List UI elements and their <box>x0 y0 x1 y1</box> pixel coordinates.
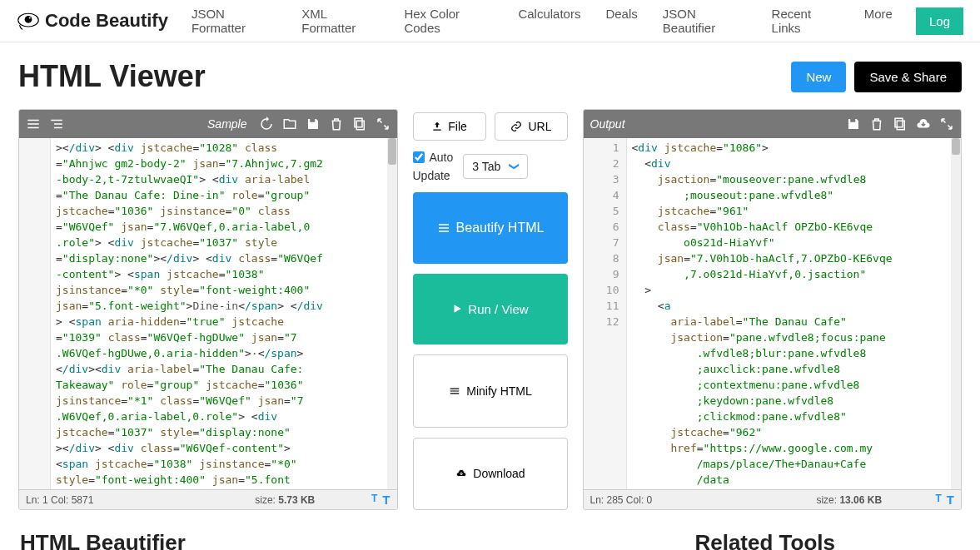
list-icon <box>436 221 451 235</box>
input-gutter <box>19 138 51 489</box>
copy-icon[interactable] <box>352 116 367 131</box>
cloud-download-icon[interactable] <box>916 116 931 131</box>
nav-hex-colors[interactable]: Hex Color Codes <box>404 7 493 35</box>
compress-icon <box>448 385 461 397</box>
nav-more[interactable]: More <box>864 7 893 35</box>
svg-point-1 <box>25 16 32 23</box>
trash-icon[interactable] <box>869 116 884 131</box>
save-icon[interactable] <box>306 116 321 131</box>
input-status-bar: Ln: 1 Col: 5871 size: 5.73 KB TT <box>19 489 397 509</box>
minify-button[interactable]: Minify HTML <box>413 354 568 428</box>
center-controls: File URL Auto Update 3 Tab ❯ B <box>413 109 568 510</box>
input-code-area[interactable]: ></div> <div jstcache="1028" class ="Ahn… <box>19 138 397 489</box>
logo-icon <box>17 9 40 32</box>
output-gutter: 123 45 6 78910 1112 <box>584 138 627 489</box>
fullscreen-icon[interactable] <box>939 116 954 131</box>
input-size: size: 5.73 KB <box>199 494 372 506</box>
auto-update-checkbox[interactable]: Auto Update <box>413 151 454 182</box>
new-button[interactable]: New <box>791 62 846 92</box>
text-size-large-icon[interactable]: T <box>382 493 390 507</box>
svg-rect-4 <box>355 118 362 127</box>
save-share-button[interactable]: Save & Share <box>854 62 962 92</box>
folder-open-icon[interactable] <box>282 116 297 131</box>
url-button[interactable]: URL <box>495 112 568 141</box>
input-scrollbar[interactable] <box>387 138 397 489</box>
text-size-large-icon[interactable]: T <box>947 493 954 507</box>
run-button[interactable]: Run / View <box>413 274 568 345</box>
page-title: HTML Viewer <box>18 59 206 94</box>
cloud-download-icon <box>455 468 468 479</box>
input-code-content[interactable]: ></div> <div jstcache="1028" class ="Ahn… <box>51 138 397 489</box>
output-toolbar: Output <box>584 110 962 138</box>
output-code-content[interactable]: <div jstcache="1086"> <div jsaction="mou… <box>627 138 962 489</box>
text-size-small-icon[interactable]: T <box>371 493 377 507</box>
nav-recent-links[interactable]: Recent Links <box>772 7 839 35</box>
svg-rect-6 <box>895 118 903 127</box>
login-button[interactable]: Log <box>916 7 963 35</box>
nav-deals[interactable]: Deals <box>605 7 637 35</box>
svg-point-2 <box>29 17 31 18</box>
nav-calculators[interactable]: Calculators <box>518 7 580 35</box>
upload-icon <box>431 121 443 132</box>
related-tools-heading: Related Tools <box>694 530 835 550</box>
output-editor-panel: Output 123 45 6 78910 1112 <div jstcache… <box>583 109 963 510</box>
output-size: size: 13.06 KB <box>763 494 936 506</box>
input-toolbar: Sample <box>19 110 397 138</box>
play-icon <box>451 303 463 315</box>
sample-label[interactable]: Sample <box>207 117 246 131</box>
logo-text: Code Beautify <box>45 10 168 32</box>
text-size-small-icon[interactable]: T <box>936 493 942 507</box>
file-button[interactable]: File <box>413 112 486 141</box>
output-scrollbar[interactable] <box>951 138 961 489</box>
nav-xml-formatter[interactable]: XML Formatter <box>301 7 379 35</box>
indent-icon[interactable] <box>49 116 64 131</box>
logo[interactable]: Code Beautify <box>17 9 168 32</box>
chevron-down-icon: ❯ <box>509 162 520 171</box>
fullscreen-icon[interactable] <box>376 116 391 131</box>
nav-links: JSON Formatter XML Formatter Hex Color C… <box>192 7 893 35</box>
output-code-area[interactable]: 123 45 6 78910 1112 <div jstcache="1086"… <box>584 138 962 489</box>
history-icon[interactable] <box>259 116 274 131</box>
output-label: Output <box>590 117 625 131</box>
link-icon <box>510 121 523 132</box>
beautify-button[interactable]: Beautify HTML <box>413 192 568 264</box>
download-button[interactable]: Download <box>413 438 568 511</box>
save-icon[interactable] <box>846 116 861 131</box>
html-beautifier-heading: HTML Beautifier <box>20 530 186 550</box>
top-nav: Code Beautify JSON Formatter XML Formatt… <box>0 0 980 42</box>
output-cursor-pos: Ln: 285 Col: 0 <box>590 494 764 506</box>
svg-rect-3 <box>356 121 364 130</box>
tab-size-select[interactable]: 3 Tab ❯ <box>463 154 528 179</box>
auto-update-input[interactable] <box>413 151 425 163</box>
input-editor-panel: Sample ></div> <div jstcache="1028" clas… <box>18 109 398 510</box>
trash-icon[interactable] <box>329 116 344 131</box>
copy-icon[interactable] <box>893 116 908 131</box>
svg-rect-5 <box>897 121 904 130</box>
input-cursor-pos: Ln: 1 Col: 5871 <box>26 494 199 506</box>
nav-json-beautifier[interactable]: JSON Beautifier <box>663 7 747 35</box>
nav-json-formatter[interactable]: JSON Formatter <box>192 7 276 35</box>
output-status-bar: Ln: 285 Col: 0 size: 13.06 KB TT <box>584 489 962 509</box>
list-icon[interactable] <box>26 116 41 131</box>
